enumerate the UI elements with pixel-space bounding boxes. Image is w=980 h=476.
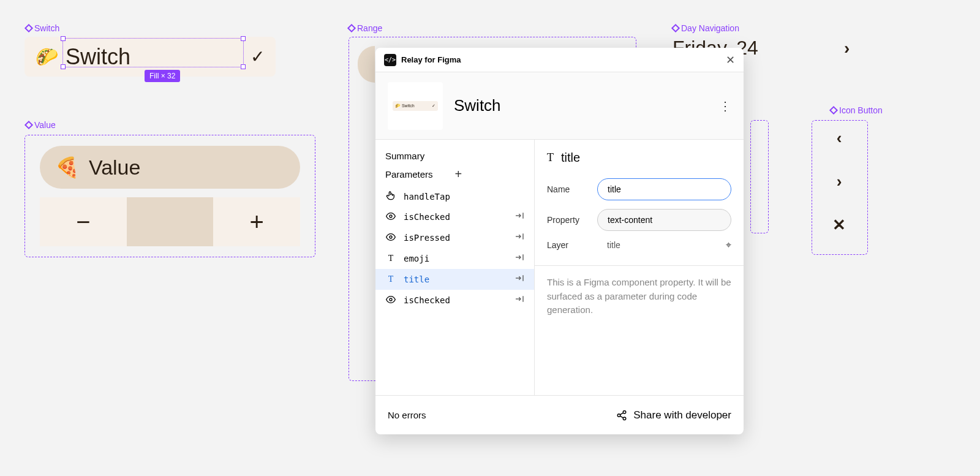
- svg-line-6: [620, 412, 624, 414]
- param-name: handleTap: [404, 192, 524, 202]
- arrow-into-icon: [514, 211, 524, 223]
- value-title-text: Value: [89, 156, 140, 179]
- svg-point-3: [624, 410, 627, 414]
- share-button[interactable]: Share with developer: [616, 409, 731, 421]
- error-status: No errors: [388, 410, 616, 420]
- icon-button-stack: ‹ › ✕: [821, 129, 858, 235]
- component-label-iconbtn[interactable]: Icon Button: [831, 105, 883, 115]
- name-input[interactable]: [597, 178, 731, 200]
- label-text: Value: [34, 120, 56, 130]
- relay-logo-icon: </>: [384, 54, 396, 66]
- svg-point-2: [390, 298, 392, 301]
- panel-right: T title Name Property Layer title ⌖ This…: [535, 140, 744, 395]
- share-icon: [616, 410, 627, 421]
- panel-body: Summary Parameters + handleTapisCheckedi…: [375, 140, 744, 395]
- selection-outline[interactable]: [62, 38, 244, 67]
- svg-point-0: [390, 215, 392, 217]
- text-type-icon: T: [547, 151, 554, 164]
- plugin-title: Relay for Figma: [401, 55, 726, 64]
- component-icon: [24, 24, 33, 32]
- component-thumbnail: 🌮 Switch✓: [388, 82, 443, 130]
- resize-handle[interactable]: [241, 36, 246, 41]
- relay-plugin-panel: </> Relay for Figma ✕ 🌮 Switch✓ Switch ⋮…: [375, 48, 744, 434]
- name-row: Name: [547, 178, 731, 200]
- target-icon[interactable]: ⌖: [726, 240, 731, 251]
- close-icon[interactable]: ✕: [832, 216, 846, 235]
- layer-label: Layer: [547, 240, 589, 250]
- param-title[interactable]: Ttitle: [375, 269, 534, 290]
- summary-heading[interactable]: Summary: [375, 151, 534, 167]
- svg-point-1: [390, 236, 392, 238]
- param-emoji[interactable]: Temoji: [375, 248, 534, 269]
- panel-left: Summary Parameters + handleTapisCheckedi…: [375, 140, 535, 395]
- eye-icon: [385, 232, 396, 244]
- arrow-into-icon: [514, 232, 524, 244]
- panel-header: </> Relay for Figma ✕: [375, 48, 744, 72]
- fill-badge: Fill × 32: [145, 70, 180, 82]
- name-label: Name: [547, 184, 589, 194]
- param-isPressed[interactable]: isPressed: [375, 227, 534, 248]
- component-label-range[interactable]: Range: [349, 23, 382, 33]
- partial-component-frame[interactable]: [750, 120, 769, 233]
- chevron-left-icon[interactable]: ‹: [837, 129, 842, 148]
- component-icon: [829, 106, 838, 115]
- component-label-switch[interactable]: Switch: [26, 23, 59, 33]
- svg-line-7: [620, 416, 624, 418]
- T-icon: T: [385, 254, 396, 263]
- close-icon[interactable]: ✕: [726, 53, 735, 67]
- component-label-daynav[interactable]: Day Navigation: [673, 23, 739, 33]
- chevron-right-icon[interactable]: ›: [837, 172, 842, 191]
- property-title-text: title: [561, 151, 580, 165]
- param-isChecked[interactable]: isChecked: [375, 206, 534, 227]
- parameter-list: handleTapisCheckedisPressedTemojiTtitlei…: [375, 186, 534, 311]
- label-text: Range: [357, 23, 382, 33]
- tap-icon: [385, 191, 396, 202]
- param-name: title: [404, 274, 507, 284]
- component-icon: [24, 121, 33, 129]
- arrow-into-icon: [514, 294, 524, 306]
- label-text: Switch: [34, 23, 59, 33]
- parameters-label: Parameters: [385, 169, 455, 179]
- plus-button[interactable]: +: [213, 197, 300, 246]
- label-text: Day Navigation: [681, 23, 739, 33]
- pizza-emoji-icon: 🍕: [55, 156, 80, 179]
- param-handleTap[interactable]: handleTap: [375, 186, 534, 206]
- resize-handle[interactable]: [61, 36, 66, 41]
- arrow-into-icon: [514, 252, 524, 265]
- taco-emoji-icon: 🌮: [36, 46, 58, 67]
- component-name: Switch: [454, 96, 719, 115]
- property-row: Property: [547, 209, 731, 231]
- chevron-right-icon[interactable]: ›: [844, 39, 850, 58]
- component-label-value[interactable]: Value: [26, 120, 56, 130]
- property-label: Property: [547, 215, 589, 225]
- component-icon: [671, 24, 680, 32]
- layer-row: Layer title ⌖: [547, 240, 731, 251]
- value-stepper-row: − +: [40, 197, 300, 246]
- param-name: isChecked: [404, 295, 507, 305]
- property-description: This is a Figma component property. It w…: [547, 276, 731, 317]
- property-input[interactable]: [597, 209, 731, 231]
- parameters-heading: Parameters +: [375, 167, 534, 186]
- divider: [535, 265, 744, 266]
- svg-point-4: [618, 414, 621, 417]
- T-icon: T: [385, 274, 396, 284]
- value-display: [127, 197, 214, 246]
- check-icon: ✓: [251, 47, 265, 67]
- property-title: T title: [547, 151, 731, 165]
- arrow-into-icon: [514, 273, 524, 285]
- svg-point-5: [624, 417, 627, 420]
- param-name: emoji: [404, 254, 507, 263]
- more-icon[interactable]: ⋮: [719, 99, 731, 113]
- eye-icon: [385, 211, 396, 223]
- layer-value: title: [597, 240, 717, 250]
- resize-handle[interactable]: [241, 64, 246, 69]
- value-pill: 🍕 Value: [40, 146, 300, 189]
- component-header: 🌮 Switch✓ Switch ⋮: [375, 72, 744, 140]
- param-isChecked[interactable]: isChecked: [375, 290, 534, 311]
- eye-icon: [385, 295, 396, 306]
- resize-handle[interactable]: [61, 64, 66, 69]
- minus-button[interactable]: −: [40, 197, 127, 246]
- component-icon: [347, 24, 356, 32]
- panel-footer: No errors Share with developer: [375, 395, 744, 434]
- add-parameter-icon[interactable]: +: [455, 167, 525, 181]
